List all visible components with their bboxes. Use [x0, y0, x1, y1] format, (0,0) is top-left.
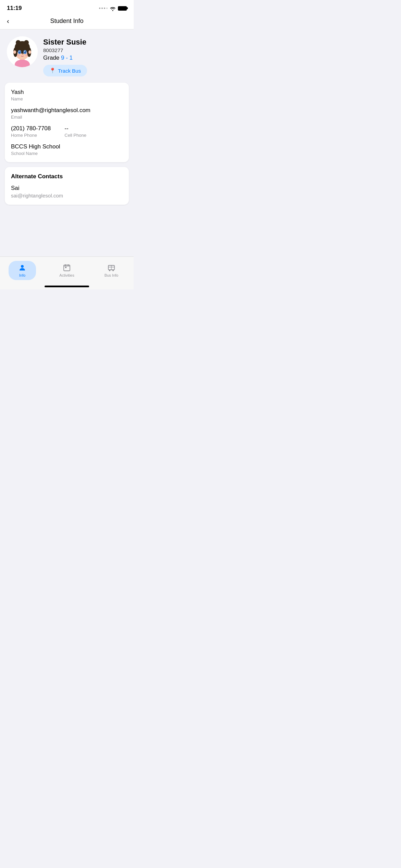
- profile-section: Sister Susie 8003277 Grade 9 - 1 📍 Track…: [0, 29, 134, 83]
- track-bus-button[interactable]: 📍 Track Bus: [43, 65, 87, 76]
- svg-point-5: [16, 40, 21, 45]
- tab-bus-info-label: Bus Info: [105, 273, 118, 277]
- grade-row: Grade 9 - 1: [43, 55, 87, 61]
- cell-phone-label: Cell Phone: [64, 133, 86, 138]
- nav-bar: ‹ Student Info: [0, 14, 134, 29]
- alt-contacts-title: Alternate Contacts: [11, 173, 123, 180]
- school-name-label: School Name: [11, 151, 123, 156]
- phone-row: (201) 780-7708 Home Phone -- Cell Phone: [11, 125, 123, 138]
- svg-point-20: [21, 265, 24, 268]
- home-indicator: [0, 283, 134, 289]
- svg-point-10: [28, 50, 31, 54]
- name-label: Name: [11, 96, 123, 101]
- school-row: BCCS High School School Name: [11, 143, 123, 156]
- name-row: Yash Name: [11, 89, 123, 101]
- svg-point-19: [25, 55, 28, 56]
- page-title: Student Info: [50, 17, 83, 25]
- battery-icon: [118, 6, 127, 11]
- name-value: Yash: [11, 89, 123, 96]
- email-value: yashwanth@rightanglesol.com: [11, 107, 123, 114]
- signal-dots: [99, 8, 108, 9]
- contact1-name: Sai: [11, 185, 123, 192]
- status-icons: [99, 6, 127, 11]
- grade-value: 9 - 1: [61, 55, 73, 61]
- home-phone-label: Home Phone: [11, 133, 51, 138]
- pin-icon: 📍: [49, 68, 56, 74]
- svg-point-13: [19, 51, 20, 52]
- tab-bar: Info Activities Bus Info: [0, 256, 134, 283]
- home-phone-field: (201) 780-7708 Home Phone: [11, 125, 51, 138]
- home-phone-value: (201) 780-7708: [11, 125, 51, 132]
- tab-activities[interactable]: Activities: [45, 262, 89, 280]
- svg-point-18: [17, 55, 20, 56]
- svg-point-6: [24, 40, 29, 45]
- avatar: [7, 36, 38, 67]
- alt-contacts-card: Alternate Contacts Sai sai@rightanglesol…: [5, 167, 129, 205]
- calendar-icon: [63, 264, 71, 272]
- svg-point-9: [13, 50, 16, 54]
- info-card: Yash Name yashwanth@rightanglesol.com Em…: [5, 83, 129, 162]
- tab-bus-info[interactable]: Bus Info: [89, 262, 134, 280]
- email-row: yashwanth@rightanglesol.com Email: [11, 107, 123, 120]
- tab-info-label: Info: [19, 273, 25, 277]
- cell-phone-value: --: [64, 125, 86, 132]
- status-time: 11:19: [7, 5, 22, 12]
- person-icon: [18, 264, 26, 272]
- contact1-email: sai@rightanglesol.com: [11, 193, 123, 198]
- tab-info[interactable]: Info: [0, 260, 45, 283]
- bus-icon: [107, 264, 116, 272]
- tab-activities-label: Activities: [59, 273, 74, 277]
- status-bar: 11:19: [0, 0, 134, 14]
- wifi-icon: [110, 6, 116, 11]
- tab-info-bg: Info: [9, 261, 36, 280]
- school-name-value: BCCS High School: [11, 143, 123, 150]
- phone-fields: (201) 780-7708 Home Phone -- Cell Phone: [11, 125, 123, 138]
- back-button[interactable]: ‹: [7, 17, 9, 25]
- student-name: Sister Susie: [43, 38, 87, 47]
- profile-info: Sister Susie 8003277 Grade 9 - 1 📍 Track…: [43, 36, 87, 76]
- svg-point-15: [24, 51, 26, 53]
- home-bar: [45, 286, 89, 287]
- email-label: Email: [11, 114, 123, 120]
- svg-rect-22: [65, 267, 66, 268]
- svg-point-16: [24, 51, 25, 52]
- svg-point-12: [19, 51, 21, 53]
- student-id: 8003277: [43, 47, 87, 53]
- cell-phone-field: -- Cell Phone: [64, 125, 86, 138]
